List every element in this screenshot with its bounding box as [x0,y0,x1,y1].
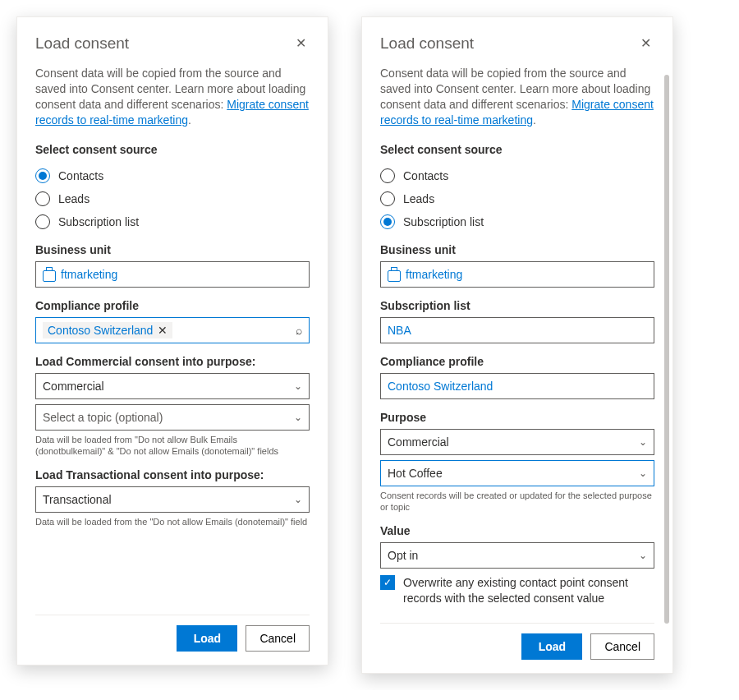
radio-label: Contacts [58,169,103,182]
radio-icon [35,168,50,183]
briefcase-icon [43,270,56,282]
radio-label: Leads [403,192,434,205]
close-icon[interactable]: ✕ [637,32,654,54]
value-select[interactable]: Opt in ⌄ [380,542,654,569]
business-unit-field: Business unit ftmarketing [35,243,310,288]
panel-footer: Load Cancel [380,623,654,660]
panel-header: Load consent ✕ [380,32,654,54]
transactional-purpose-value: Transactional [43,493,112,506]
checkbox-icon: ✓ [380,575,395,590]
commercial-topic-select[interactable]: Select a topic (optional) ⌄ [35,404,310,431]
panel-title: Load consent [35,35,129,53]
remove-chip-icon[interactable]: ✕ [158,324,168,337]
chevron-down-icon: ⌄ [294,412,302,423]
chevron-down-icon: ⌄ [639,550,647,561]
commercial-heading: Load Commercial consent into purpose: [35,355,310,368]
transactional-purpose-select[interactable]: Transactional ⌄ [35,486,310,513]
commercial-consent-field: Load Commercial consent into purpose: Co… [35,355,310,458]
subscription-list-label: Subscription list [380,299,654,312]
subscription-list-field: Subscription list NBA [380,299,654,343]
chevron-down-icon: ⌄ [294,494,302,505]
value-value: Opt in [388,549,418,562]
radio-leads[interactable]: Leads [380,187,654,210]
compliance-profile-input[interactable]: Contoso Switzerland [380,373,654,399]
commercial-topic-placeholder: Select a topic (optional) [43,411,163,424]
radio-label: Contacts [403,169,448,182]
purpose-value: Commercial [388,435,449,449]
compliance-profile-label: Compliance profile [380,355,654,368]
radio-contacts[interactable]: Contacts [35,164,310,187]
search-icon[interactable]: ⌕ [296,324,302,337]
overwrite-label: Overwrite any existing contact point con… [403,575,654,606]
purpose-label: Purpose [380,411,654,424]
radio-icon [380,214,395,229]
compliance-profile-field: Compliance profile Contoso Switzerland ✕… [35,299,310,343]
cancel-button[interactable]: Cancel [590,633,654,660]
transactional-consent-field: Load Transactional consent into purpose:… [35,468,310,527]
value-label: Value [380,524,654,537]
value-field: Value Opt in ⌄ ✓ Overwrite any existing … [380,524,654,606]
compliance-profile-value: Contoso Switzerland [388,380,493,393]
subscription-list-value: NBA [388,324,411,337]
close-icon[interactable]: ✕ [292,32,310,54]
panel-footer: Load Cancel [35,615,310,652]
subscription-list-input[interactable]: NBA [380,317,654,343]
source-radio-group: Contacts Leads Subscription list [35,164,310,233]
purpose-field: Purpose Commercial ⌄ Hot Coffee ⌄ Consen… [380,411,654,513]
chevron-down-icon: ⌄ [294,380,302,392]
business-unit-value: ftmarketing [406,268,462,281]
transactional-heading: Load Transactional consent into purpose: [35,468,310,481]
cancel-button[interactable]: Cancel [246,625,310,652]
business-unit-label: Business unit [380,243,654,256]
commercial-purpose-select[interactable]: Commercial ⌄ [35,373,310,399]
radio-label: Leads [58,192,90,205]
purpose-select[interactable]: Commercial ⌄ [380,429,654,455]
radio-label: Subscription list [58,215,139,228]
intro-suffix: . [188,113,191,127]
business-unit-label: Business unit [35,243,310,256]
chevron-down-icon: ⌄ [639,467,647,479]
compliance-profile-label: Compliance profile [35,299,310,312]
intro-text: Consent data will be copied from the sou… [35,66,310,128]
purpose-topic-value: Hot Coffee [388,467,443,480]
business-unit-input[interactable]: ftmarketing [35,261,310,288]
radio-icon [35,214,50,229]
load-button[interactable]: Load [177,625,237,652]
select-source-label: Select consent source [380,143,654,156]
chevron-down-icon: ⌄ [639,436,647,448]
transactional-helper: Data will be loaded from the "Do not all… [35,516,310,527]
source-radio-group: Contacts Leads Subscription list [380,164,654,233]
compliance-profile-field: Compliance profile Contoso Switzerland [380,355,654,399]
intro-suffix: . [533,113,536,127]
load-button[interactable]: Load [521,633,582,660]
radio-subscription-list[interactable]: Subscription list [35,210,310,233]
purpose-helper: Consent records will be created or updat… [380,490,654,513]
radio-subscription-list[interactable]: Subscription list [380,210,654,233]
business-unit-input[interactable]: ftmarketing [380,261,654,288]
business-unit-value: ftmarketing [61,268,117,281]
compliance-profile-lookup[interactable]: Contoso Switzerland ✕ ⌕ [35,317,310,343]
panel-title: Load consent [380,35,474,53]
radio-icon [35,191,50,206]
briefcase-icon [388,270,401,282]
overwrite-checkbox-row[interactable]: ✓ Overwrite any existing contact point c… [380,575,654,606]
select-source-label: Select consent source [35,143,310,156]
panel-header: Load consent ✕ [35,32,310,54]
radio-leads[interactable]: Leads [35,187,310,210]
radio-icon [380,168,395,183]
radio-label: Subscription list [403,215,484,228]
radio-contacts[interactable]: Contacts [380,164,654,187]
load-consent-panel-contacts: Load consent ✕ Consent data will be copi… [16,16,328,665]
intro-text: Consent data will be copied from the sou… [380,66,654,128]
purpose-topic-select[interactable]: Hot Coffee ⌄ [380,460,654,486]
load-consent-panel-subscription: Load consent ✕ Consent data will be copi… [361,16,673,674]
radio-icon [380,191,395,206]
compliance-profile-chip: Contoso Switzerland ✕ [43,322,172,338]
commercial-helper: Data will be loaded from "Do not allow B… [35,434,310,458]
scrollbar[interactable] [664,75,669,624]
commercial-purpose-value: Commercial [43,380,104,393]
business-unit-field: Business unit ftmarketing [380,243,654,288]
compliance-profile-value: Contoso Switzerland [48,324,153,337]
